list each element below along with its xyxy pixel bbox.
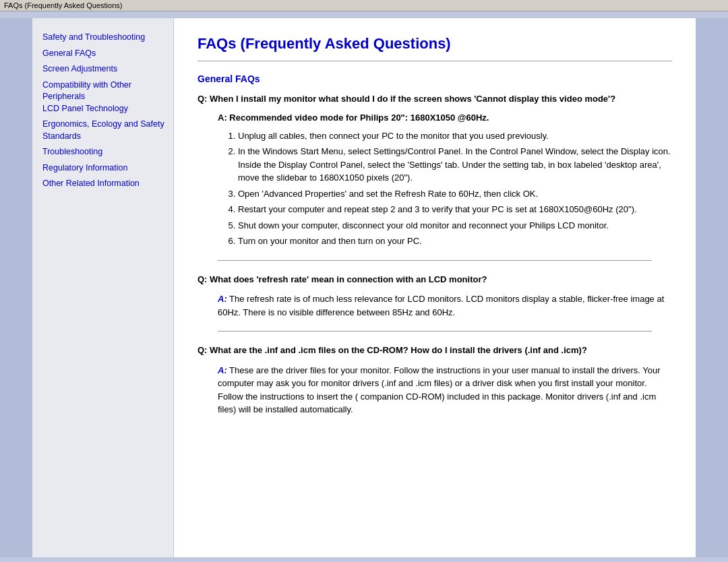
section-title: General FAQs bbox=[198, 73, 672, 84]
answer-1-steps: Unplug all cables, then connect your PC … bbox=[238, 129, 672, 248]
sidebar-item-other-related[interactable]: Other Related Information bbox=[42, 178, 166, 190]
sidebar-item-troubleshooting[interactable]: Troubleshooting bbox=[42, 146, 166, 158]
question-1: Q: When I install my monitor what should… bbox=[198, 92, 672, 106]
main-content: FAQs (Frequently Asked Questions) Genera… bbox=[174, 18, 696, 557]
sidebar-item-safety-troubleshooting[interactable]: Safety and Troubleshooting bbox=[42, 32, 166, 44]
list-item: Turn on your monitor and then turn on yo… bbox=[238, 235, 672, 248]
sidebar-item-compatibility[interactable]: Compatibility with Other Peripherals bbox=[42, 80, 131, 102]
answer-1-highlight: A: Recommended video mode for Philips 20… bbox=[218, 113, 672, 123]
question-3: Q: What are the .inf and .icm files on t… bbox=[198, 344, 672, 357]
answer-2: A: The refresh rate is of much less rele… bbox=[218, 292, 672, 319]
sidebar: Safety and Troubleshooting General FAQs … bbox=[32, 18, 174, 557]
divider-2 bbox=[218, 331, 652, 332]
browser-bar: FAQs (Frequently Asked Questions) bbox=[0, 0, 728, 11]
list-item: Open 'Advanced Properties' and set the R… bbox=[238, 187, 672, 201]
list-item: Restart your computer and repeat step 2 … bbox=[238, 203, 672, 216]
list-item: Shut down your computer, disconnect your… bbox=[238, 219, 672, 232]
left-decoration bbox=[0, 18, 32, 557]
list-item: In the Windows Start Menu, select Settin… bbox=[238, 145, 672, 185]
divider-1 bbox=[218, 260, 652, 261]
sidebar-item-screen-adjustments[interactable]: Screen Adjustments bbox=[42, 63, 166, 75]
list-item: Unplug all cables, then connect your PC … bbox=[238, 129, 672, 143]
sidebar-item-ergonomics[interactable]: Ergonomics, Ecology and Safety Standards bbox=[42, 119, 166, 142]
right-decoration bbox=[696, 18, 728, 557]
browser-title: FAQs (Frequently Asked Questions) bbox=[4, 1, 122, 9]
sidebar-item-regulatory[interactable]: Regulatory Information bbox=[42, 162, 166, 175]
sidebar-item-lcd-panel[interactable]: LCD Panel Technology bbox=[42, 103, 166, 115]
question-2: Q: What does 'refresh rate' mean in conn… bbox=[198, 273, 672, 286]
page-title: FAQs (Frequently Asked Questions) bbox=[198, 35, 672, 53]
title-divider bbox=[198, 61, 672, 61]
answer-3: A: These are the driver files for your m… bbox=[218, 364, 672, 416]
sidebar-item-general-faqs[interactable]: General FAQs bbox=[42, 48, 166, 60]
